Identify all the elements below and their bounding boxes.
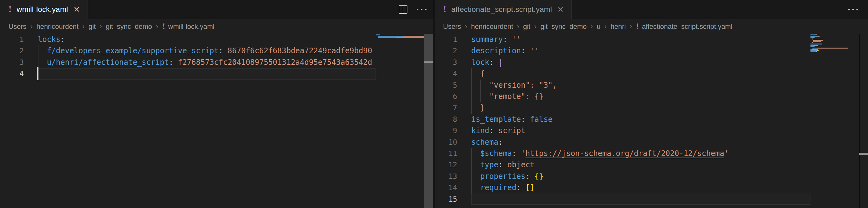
breadcrumb-item[interactable]: git	[89, 23, 96, 31]
yaml-file-icon: !	[443, 5, 446, 14]
yaml-file-icon: !	[162, 23, 165, 30]
chevron-right-icon: ›	[82, 23, 85, 30]
code-token: :	[517, 183, 521, 192]
minimap[interactable]	[376, 34, 427, 38]
code-line[interactable]: is_template: false	[471, 114, 553, 125]
code-line[interactable]: required: []	[471, 182, 534, 193]
chevron-right-icon: ›	[534, 23, 536, 30]
minimap-segment	[378, 36, 403, 37]
code-line[interactable]: }	[471, 102, 485, 114]
breadcrumb-item[interactable]: Users	[8, 23, 26, 31]
minimap-segment	[812, 38, 813, 40]
code-token: u/henri/affectionate_script	[38, 58, 169, 67]
chevron-right-icon: ›	[604, 23, 607, 30]
code-token: 8670f6c62f683bdea72249cadfe9bd90	[223, 46, 372, 55]
minimap-line	[810, 37, 850, 38]
tab-affectionate-script[interactable]: ! affectionate_script.script.yaml ✕	[435, 0, 572, 19]
tab-label: affectionate_script.script.yaml	[451, 5, 552, 14]
code-token: :	[498, 160, 503, 169]
code-line[interactable]: type: object	[471, 159, 534, 171]
minimap-line	[810, 49, 850, 50]
line-number: 8	[435, 114, 457, 125]
split-editor-icon[interactable]	[399, 5, 407, 14]
code-line[interactable]: locks:	[38, 34, 65, 46]
close-icon[interactable]: ✕	[557, 5, 564, 14]
code-line[interactable]: kind: script	[471, 125, 525, 136]
code-line[interactable]: $schema: 'https://json-schema.org/draft/…	[471, 148, 729, 159]
minimap-segment	[810, 50, 817, 51]
minimap-segment	[813, 40, 823, 41]
code-token: {	[471, 69, 485, 78]
minimap-segment	[813, 37, 814, 38]
breadcrumb-item[interactable]: u	[597, 23, 600, 31]
code-token: is_template	[471, 115, 521, 124]
breadcrumb-item[interactable]: henricourdent	[471, 23, 513, 31]
code-token: :	[489, 58, 494, 67]
minimap-segment	[818, 44, 822, 45]
minimap-line	[810, 46, 850, 47]
code-token: :	[503, 35, 507, 44]
breadcrumb-file-label: affectionate_script.script.yaml	[642, 23, 732, 31]
code-token: required	[471, 183, 517, 192]
overview-cursor-marker	[424, 61, 433, 63]
code-token: :	[498, 138, 503, 147]
line-number: 15	[435, 193, 457, 205]
line-number: 14	[435, 182, 457, 193]
code-token: '	[724, 149, 728, 158]
chevron-right-icon: ›	[156, 23, 158, 30]
tab-bar-right: ! affectionate_script.script.yaml ✕	[435, 0, 868, 20]
code-token: lock	[471, 58, 489, 67]
code-line[interactable]: "version": "3",	[471, 80, 557, 91]
breadcrumb-item[interactable]: Users	[443, 23, 461, 31]
breadcrumb-file-item[interactable]: !wmill-lock.yaml	[162, 23, 214, 31]
tab-label: wmill-lock.yaml	[17, 5, 68, 14]
editor-left[interactable]: 1locks:2 f/developers_example/supportive…	[0, 34, 433, 208]
overview-ruler-border	[859, 34, 860, 208]
minimap-segment	[810, 36, 818, 37]
code-line[interactable]: description: ''	[471, 45, 539, 57]
minimap-line	[810, 36, 850, 37]
breadcrumb-item[interactable]: henricourdent	[36, 23, 79, 31]
minimap[interactable]	[810, 34, 850, 53]
more-actions-icon[interactable]	[848, 9, 858, 10]
code-line[interactable]: f/developers_example/supportive_script: …	[38, 45, 372, 57]
close-icon[interactable]: ✕	[73, 5, 81, 14]
breadcrumb-item[interactable]: henri	[610, 23, 626, 31]
minimap-segment	[812, 42, 813, 43]
code-token: :	[521, 46, 525, 55]
line-number: 1	[0, 34, 24, 46]
line-number: 7	[435, 102, 457, 114]
current-line-highlight	[38, 68, 376, 79]
code-token: {}	[530, 172, 544, 181]
breadcrumb-item[interactable]: git	[523, 23, 530, 31]
breadcrumb-item[interactable]: git_sync_demo	[540, 23, 587, 31]
code-line[interactable]: schema:	[471, 136, 503, 148]
code-line[interactable]: {	[471, 68, 485, 80]
code-token: $schema	[471, 149, 512, 158]
minimap-segment	[813, 49, 818, 50]
chevron-right-icon: ›	[590, 23, 593, 30]
editor-actions-left	[399, 0, 427, 19]
code-line[interactable]: summary: ''	[471, 34, 521, 46]
code-line[interactable]: "remote": {}	[471, 91, 544, 102]
code-line[interactable]: properties: {}	[471, 171, 544, 182]
line-number: 10	[435, 136, 457, 148]
yaml-file-icon: !	[8, 5, 12, 14]
breadcrumb-item[interactable]: git_sync_demo	[106, 23, 152, 31]
minimap-segment	[378, 37, 396, 38]
scrollbar-slider[interactable]	[424, 34, 433, 208]
minimap-line	[810, 51, 850, 52]
code-token: properties	[471, 172, 525, 181]
code-token: '	[517, 149, 526, 158]
code-token: description	[471, 46, 521, 55]
minimap-segment	[810, 46, 814, 47]
breadcrumb-file-label: wmill-lock.yaml	[168, 23, 215, 31]
code-line[interactable]: u/henri/affectionate_script: f2768573cfc…	[38, 57, 372, 68]
more-actions-icon[interactable]	[417, 9, 427, 10]
code-token: "version": "3",	[471, 81, 557, 89]
tab-wmill-lock[interactable]: ! wmill-lock.yaml ✕	[0, 0, 88, 19]
editor-right[interactable]: 1summary: ''2description: ''3lock: |4 {5…	[435, 34, 868, 208]
breadcrumb-file-item[interactable]: !affectionate_script.script.yaml	[636, 23, 732, 31]
code-line[interactable]: lock: |	[471, 57, 503, 68]
code-token: summary	[471, 35, 503, 44]
